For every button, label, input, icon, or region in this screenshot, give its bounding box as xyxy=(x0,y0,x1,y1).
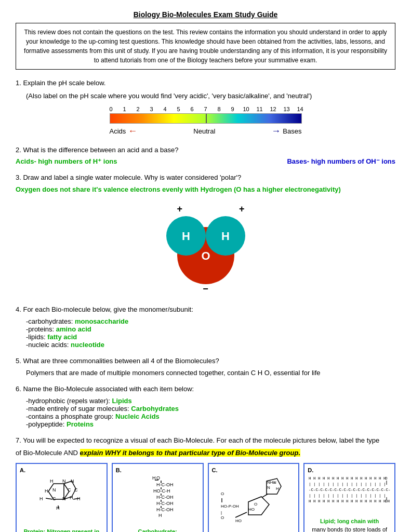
q4-answer-1: amino acid xyxy=(56,325,91,333)
svg-text:OH: OH xyxy=(385,499,390,503)
svg-line-52 xyxy=(262,494,268,497)
water-molecule-svg: H H O xyxy=(149,198,263,292)
q3-text: 3. Draw and label a single water molecul… xyxy=(16,172,395,183)
svg-text:| | | | | | | | | | | | | | | : | | | | | | | | | | | | | | | | | xyxy=(309,494,386,498)
svg-text:HO-C-H: HO-C-H xyxy=(153,488,170,494)
svg-text:N: N xyxy=(62,478,66,484)
svg-text:H H H H H H H H H H H H H H H : H H H H H H H H H H H H H H H H H xyxy=(309,499,386,503)
svg-text:HO-P-OH: HO-P-OH xyxy=(221,504,239,509)
q4-item-1: -proteins: amino acid xyxy=(16,325,395,333)
q6-item-1: -made entirely of sugar molecules: Carbo… xyxy=(16,405,395,413)
svg-text:H: H xyxy=(39,496,43,501)
q4-label-1: -proteins: xyxy=(26,325,54,333)
question-5: 5. What are three commonalities between … xyxy=(16,356,395,377)
svg-text:N: N xyxy=(267,485,270,490)
molecule-box-b: B. H O H-C-OH HO-C-H H-C-OH H-C-OH H-C-O… xyxy=(112,463,204,532)
acids-label: Acids xyxy=(110,127,126,135)
svg-text:N: N xyxy=(62,496,66,501)
base-answer: Bases- high numbers of OH⁻ ions xyxy=(287,157,395,165)
acid-answer: Acids- high numbers of H⁺ ions xyxy=(16,157,117,165)
ph-bar xyxy=(110,113,302,124)
mol-c-svg: O ‖ HO-P-OH | O O HO NH₂ N N H xyxy=(220,473,287,528)
svg-text:| | | | | | | | | | | | | | | : | | | | | | | | | | | | | | | | | xyxy=(309,482,386,486)
svg-text:O: O xyxy=(221,515,224,520)
q2-text: 2. What is the difference between an aci… xyxy=(16,145,395,156)
svg-text:HO: HO xyxy=(235,518,242,523)
svg-text:C: C xyxy=(68,487,71,493)
svg-text:|: | xyxy=(221,510,222,515)
svg-marker-43 xyxy=(248,497,269,515)
svg-text:N: N xyxy=(52,487,56,493)
q6-label-1: -made entirely of sugar molecules: xyxy=(26,405,129,413)
svg-text:C: C xyxy=(74,487,78,493)
molecule-row: A. H N N C N C H N C H xyxy=(16,463,395,532)
svg-text:-C-C-C-C-C-C-C-C-C-C-C-C-C-C-C: -C-C-C-C-C-C-C-C-C-C-C-C-C-C-C-C-C- xyxy=(309,488,391,492)
neutral-label: Neutral xyxy=(193,127,215,135)
svg-text:O: O xyxy=(201,249,210,262)
q4-intro: 4. For each Bio-molecule below, give the… xyxy=(16,304,395,315)
q6-item-3: -polypeptide: Proteins xyxy=(16,420,395,428)
svg-text:H H H H H H H H H H H H H H H : H H H H H H H H H H H H H H H H H xyxy=(309,476,386,481)
q6-answer-1: Carbohydrates xyxy=(131,405,179,413)
q4-answer-0: monosaccharide xyxy=(75,317,128,325)
svg-text:C: C xyxy=(52,496,56,501)
svg-text:O: O xyxy=(221,491,224,496)
q4-label-0: -carbohydrates: xyxy=(26,317,73,325)
mol-a-svg: H N N C N C H N C H H H H xyxy=(30,473,92,525)
question-2: 2. What is the difference between an aci… xyxy=(16,145,395,166)
disclaimer-box: This review does not contain the questio… xyxy=(16,23,395,70)
mol-c-letter: C. xyxy=(212,467,296,473)
question-4: 4. For each Bio-molecule below, give the… xyxy=(16,304,395,349)
question-7: 7. You will be expected to recognize a v… xyxy=(16,435,395,532)
q4-item-2: -lipids: fatty acid xyxy=(16,333,395,341)
mol-d-desc: many bonds (to store loads of energy- AT… xyxy=(308,526,391,532)
svg-text:H: H xyxy=(50,478,54,484)
svg-text:HO: HO xyxy=(248,507,255,512)
q4-item-3: -nucleic acids: nucleotide xyxy=(16,341,395,349)
water-molecule-diagram: + + − H H O xyxy=(16,198,395,297)
q4-label-2: -lipids: xyxy=(26,333,46,341)
svg-text:H-C-OH: H-C-OH xyxy=(156,501,174,506)
q6-answer-3: Proteins xyxy=(67,420,94,428)
q4-item-0: -carbohydrates: monosaccharide xyxy=(16,317,395,325)
mol-a-label: Protein; Nitrogen present in structure xyxy=(20,528,103,532)
question-6: 6. Name the Bio-Molecule associated with… xyxy=(16,384,395,428)
q4-answer-3: nucleotide xyxy=(71,341,104,349)
svg-text:O: O xyxy=(254,502,257,507)
molecule-box-d: D. H H H H H H H H H H H H H H H H H | |… xyxy=(303,463,395,532)
svg-marker-6 xyxy=(48,484,69,499)
q1-text: 1. Explain the pH scale below. xyxy=(16,78,395,89)
question-1: 1. Explain the pH scale below. (Also lab… xyxy=(16,78,395,137)
ph-scale: 0 1 2 3 4 5 6 7 8 9 10 11 12 13 14 Acids… xyxy=(16,106,395,137)
mol-d-svg: H H H H H H H H H H H H H H H H H | | | … xyxy=(308,473,391,515)
q6-item-0: -hydrophobic (repels water): Lipids xyxy=(16,397,395,405)
q6-label-3: -polypeptide: xyxy=(26,420,64,428)
mol-a-letter: A. xyxy=(20,467,103,473)
q7-text1: 7. You will be expected to recognize a v… xyxy=(16,435,395,446)
svg-line-20 xyxy=(46,498,52,499)
bases-label: Bases xyxy=(283,127,301,135)
q5-text: 5. What are three commonalities between … xyxy=(16,356,395,367)
q5-answer: Polymers that are made of multiple monom… xyxy=(16,369,395,377)
q6-intro: 6. Name the Bio-Molecule associated with… xyxy=(16,384,395,395)
q4-answer-2: fatty acid xyxy=(47,333,77,341)
svg-text:H: H xyxy=(182,230,190,243)
q1-subtext: (Also label on the pH scale where you wo… xyxy=(16,91,395,102)
svg-text:H: H xyxy=(45,488,48,494)
svg-text:N: N xyxy=(71,478,74,484)
svg-text:H-C-OH: H-C-OH xyxy=(156,507,174,512)
q6-item-2: -contains a phosphate group: Nucleic Aci… xyxy=(16,413,395,420)
question-3: 3. Draw and label a single water molecul… xyxy=(16,172,395,297)
svg-text:H-C-OH: H-C-OH xyxy=(156,495,174,500)
q7-text2: of Bio-Molecule AND explain WHY it belon… xyxy=(16,448,395,459)
svg-text:H: H xyxy=(70,495,73,500)
page-title: Biology Bio-Molecules Exam Study Guide xyxy=(16,10,395,19)
svg-text:H: H xyxy=(276,486,279,491)
svg-text:H: H xyxy=(158,513,162,518)
q6-answer-2: Nucleic Acids xyxy=(115,413,160,420)
mol-b-svg: H O H-C-OH HO-C-H H-C-OH H-C-OH H-C-OH H xyxy=(126,473,189,525)
svg-line-51 xyxy=(235,512,247,517)
q7-highlight: explain WHY it belongs to that particula… xyxy=(80,449,300,457)
ph-numbers: 0 1 2 3 4 5 6 7 8 9 10 11 12 13 14 xyxy=(104,106,307,112)
q6-label-2: -contains a phosphate group: xyxy=(26,413,113,420)
